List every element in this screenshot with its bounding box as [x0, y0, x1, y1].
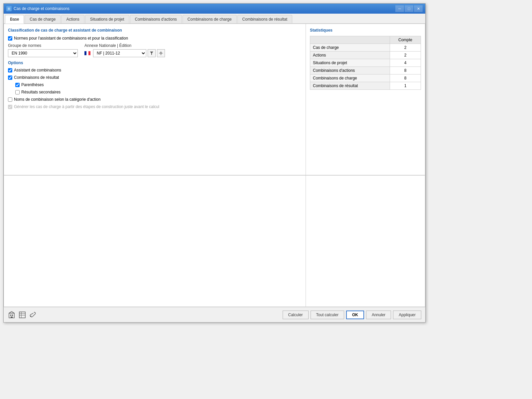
combinaisons-resultat-checkbox-row: Combinaisons de résultat: [8, 75, 302, 80]
stats-row-label: Actions: [310, 52, 390, 59]
footer-right: Calculer Tout calculer OK Annuler Appliq…: [283, 311, 421, 319]
settings-button[interactable]: [157, 49, 165, 57]
svg-rect-12: [19, 312, 25, 318]
tab-combinaisons-de-resultat[interactable]: Combinaisons de résultat: [237, 15, 292, 23]
parentheses-checkbox-row: Parenthèses: [15, 82, 302, 87]
left-panel: Classification de cas de charge et assis…: [4, 24, 306, 175]
svg-point-16: [31, 316, 32, 317]
appliquer-button[interactable]: Appliquer: [393, 311, 421, 319]
noms-combinaison-checkbox-row: Noms de combinaison selon la catégorie d…: [8, 97, 302, 102]
tab-combinaisons-de-charge[interactable]: Combinaisons de charge: [183, 15, 237, 23]
tab-actions[interactable]: Actions: [61, 15, 84, 23]
svg-rect-7: [10, 315, 11, 316]
form-group-normes: Groupe de normes EN 1990: [8, 43, 78, 57]
stats-row-value: 8: [390, 67, 421, 74]
stats-row: Situations de projet4: [310, 59, 421, 67]
close-button[interactable]: ✕: [414, 5, 423, 12]
app-icon: ⊞: [6, 6, 12, 11]
normes-checkbox-label[interactable]: Normes pour l'assistant de combinaisons …: [14, 36, 128, 41]
calculer-button[interactable]: Calculer: [283, 311, 309, 319]
form-group-annexe: Annexe Nationale | Édition NF | 2011-12: [84, 43, 165, 57]
minimize-button[interactable]: ─: [395, 5, 404, 12]
title-bar: ⊞ Cas de charge et combinaisons ─ □ ✕: [4, 4, 425, 14]
stats-row-label: Combinaisons de charge: [310, 74, 390, 82]
window-title: Cas de charge et combinaisons: [14, 6, 395, 11]
bottom-right-panel: [306, 176, 425, 307]
form-row-normes: Groupe de normes EN 1990 Annexe National…: [8, 43, 302, 57]
groupe-label: Groupe de normes: [8, 43, 78, 48]
stats-row-value: 2: [390, 44, 421, 52]
generer-checkbox-row: Générer les cas de charge à partir des é…: [8, 104, 302, 109]
svg-rect-3: [161, 55, 161, 55]
col-header-label: [310, 36, 390, 44]
generer-checkbox: [8, 105, 12, 109]
stats-row: Combinaisons de résultat1: [310, 82, 421, 90]
svg-rect-4: [159, 53, 160, 54]
stats-row: Actions2: [310, 52, 421, 59]
assistant-checkbox[interactable]: [8, 68, 12, 72]
annexe-select[interactable]: NF | 2011-12: [93, 49, 146, 57]
svg-rect-5: [162, 53, 163, 54]
title-bar-buttons: ─ □ ✕: [395, 5, 423, 12]
stats-row-label: Cas de charge: [310, 44, 390, 52]
stats-row: Combinaisons de charge8: [310, 74, 421, 82]
groupe-inner: EN 1990: [8, 49, 78, 57]
tab-bar: Base Cas de charge Actions Situations de…: [4, 14, 425, 24]
stats-row-value: 1: [390, 82, 421, 90]
tout-calculer-button[interactable]: Tout calculer: [311, 311, 344, 319]
tab-cas-de-charge[interactable]: Cas de charge: [25, 15, 61, 23]
resultats-secondaires-checkbox[interactable]: [15, 90, 20, 94]
options-title: Options: [8, 61, 302, 65]
ok-button[interactable]: OK: [346, 311, 364, 319]
tab-base[interactable]: Base: [5, 15, 24, 24]
right-panel: Statistiques Compte Cas de charge2Action…: [306, 24, 425, 175]
annuler-button[interactable]: Annuler: [366, 311, 391, 319]
filter-button[interactable]: [148, 49, 156, 57]
stats-row-label: Combinaisons de résultat: [310, 82, 390, 90]
statistiques-title: Statistiques: [310, 28, 421, 33]
maximize-button[interactable]: □: [405, 5, 413, 12]
wrench-icon: [29, 311, 37, 319]
gear-icon: [159, 51, 163, 55]
stats-row: Combinaisons d'actions8: [310, 67, 421, 74]
svg-rect-2: [161, 51, 161, 52]
tab-combinaisons-actions[interactable]: Combinaisons d'actions: [130, 15, 182, 23]
noms-combinaison-checkbox[interactable]: [8, 97, 12, 102]
parentheses-checkbox[interactable]: [15, 83, 20, 87]
tab-situations-de-projet[interactable]: Situations de projet: [85, 15, 129, 23]
svg-rect-9: [11, 317, 13, 318]
annexe-label: Annexe Nationale | Édition: [84, 43, 165, 48]
col-header-compte: Compte: [390, 36, 421, 44]
stats-row-value: 2: [390, 52, 421, 59]
footer-left: [8, 311, 37, 319]
svg-marker-0: [150, 52, 153, 55]
stats-row-label: Combinaisons d'actions: [310, 67, 390, 74]
resultats-secondaires-label[interactable]: Résultats secondaires: [21, 90, 61, 94]
normes-checkbox-row: Normes pour l'assistant de combinaisons …: [8, 36, 302, 41]
classification-section-title: Classification de cas de charge et assis…: [8, 28, 302, 33]
bottom-panels: [4, 176, 425, 307]
svg-rect-8: [12, 315, 13, 316]
stats-row-label: Situations de projet: [310, 59, 390, 67]
flag-fr-icon: [84, 51, 90, 55]
combinaisons-resultat-checkbox[interactable]: [8, 75, 12, 80]
combinaisons-resultat-label[interactable]: Combinaisons de résultat: [14, 75, 59, 80]
noms-combinaison-label[interactable]: Noms de combinaison selon la catégorie d…: [14, 97, 100, 102]
table-icon: [19, 311, 26, 319]
parentheses-label[interactable]: Parenthèses: [21, 82, 44, 87]
footer-icon-2[interactable]: [18, 311, 26, 319]
resultats-secondaires-checkbox-row: Résultats secondaires: [15, 90, 302, 94]
normes-checkbox[interactable]: [8, 36, 12, 41]
generer-label: Générer les cas de charge à partir des é…: [14, 104, 159, 109]
assistant-label[interactable]: Assistant de combinaisons: [14, 68, 61, 72]
assistant-checkbox-row: Assistant de combinaisons: [8, 68, 302, 72]
statistics-table: Compte Cas de charge2Actions2Situations …: [310, 36, 421, 90]
footer-icon-1[interactable]: [8, 311, 16, 319]
stats-row-value: 8: [390, 74, 421, 82]
svg-point-1: [160, 53, 162, 54]
footer-icon-3[interactable]: [29, 311, 37, 319]
stats-row: Cas de charge2: [310, 44, 421, 52]
main-content: Classification de cas de charge et assis…: [4, 24, 425, 307]
filter-icon: [150, 51, 154, 55]
groupe-select[interactable]: EN 1990: [8, 49, 78, 57]
